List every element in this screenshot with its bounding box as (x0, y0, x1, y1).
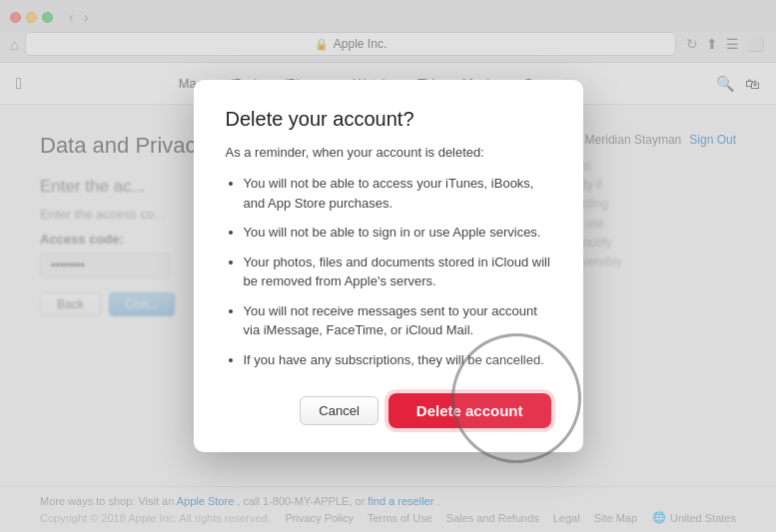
cancel-button[interactable]: Cancel (300, 396, 378, 425)
modal-bullet-1: You will not be able to access your iTun… (244, 174, 551, 213)
modal-bullet-5: If you have any subscriptions, they will… (244, 350, 551, 370)
modal-bullet-3: Your photos, files and documents stored … (244, 253, 551, 291)
modal-overlay: Delete your account? As a reminder, when… (0, 0, 776, 532)
modal-actions: Cancel Delete account (226, 393, 551, 428)
modal-dialog: Delete your account? As a reminder, when… (194, 80, 583, 452)
modal-bullet-4: You will not receive messages sent to yo… (244, 301, 551, 340)
modal-description: As a reminder, when your account is dele… (226, 145, 551, 160)
delete-account-button[interactable]: Delete account (388, 393, 551, 428)
modal-bullets-list: You will not be able to access your iTun… (244, 174, 551, 369)
modal-bullet-2: You will not be able to sign in or use A… (244, 223, 551, 243)
modal-title: Delete your account? (226, 108, 551, 131)
